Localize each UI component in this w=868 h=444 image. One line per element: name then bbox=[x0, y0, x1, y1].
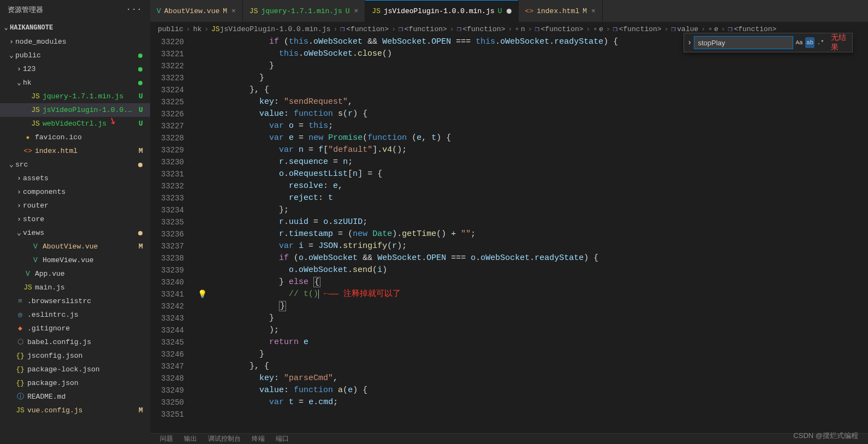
editor-tab[interactable]: JSjquery-1.7.1.min.jsU× bbox=[243, 0, 365, 22]
git-status-dot bbox=[138, 163, 142, 167]
close-icon[interactable]: × bbox=[354, 7, 359, 15]
tree-item[interactable]: ★favicon.ico bbox=[0, 131, 150, 144]
tree-item[interactable]: {}package-lock.json bbox=[0, 363, 150, 376]
tree-item[interactable]: ›assets bbox=[0, 171, 150, 185]
find-input[interactable] bbox=[694, 36, 793, 49]
tree-item[interactable]: ›router bbox=[0, 199, 150, 212]
tree-item[interactable]: ›components bbox=[0, 185, 150, 199]
chevron-icon: ⌄ bbox=[15, 226, 23, 240]
panel-tab[interactable]: 端口 bbox=[276, 434, 289, 443]
lightbulb-icon[interactable]: 💡 bbox=[198, 290, 207, 299]
breadcrumb-item[interactable]: hk bbox=[193, 25, 202, 33]
tree-item[interactable]: ◎.eslintrc.js bbox=[0, 308, 150, 322]
close-icon[interactable]: × bbox=[591, 7, 596, 15]
tree-item[interactable]: ⌄views bbox=[0, 226, 150, 240]
editor-tab[interactable]: <>index.htmlM× bbox=[519, 0, 603, 22]
code-line[interactable]: } bbox=[210, 72, 868, 84]
find-widget[interactable]: › Aa ab .* 无结果 bbox=[683, 33, 853, 52]
line-number: 33249 bbox=[150, 384, 184, 396]
tree-item[interactable]: ⬡babel.config.js bbox=[0, 335, 150, 349]
tree-item[interactable]: JSmain.js bbox=[0, 281, 150, 294]
code-line[interactable]: key: "parseCmd", bbox=[210, 372, 868, 384]
code-line[interactable]: } bbox=[210, 300, 868, 312]
breadcrumb-item[interactable]: ▫n bbox=[515, 25, 525, 33]
panel-tab[interactable]: 问题 bbox=[160, 434, 173, 443]
tree-item[interactable]: {}package.json bbox=[0, 376, 150, 390]
code-editor[interactable]: 3322033221332223322333224332253322633227… bbox=[150, 36, 868, 433]
tree-item[interactable]: VHomeView.vue bbox=[0, 253, 150, 267]
code-line[interactable]: } bbox=[210, 312, 868, 324]
code-line[interactable]: value: function a(e) { bbox=[210, 384, 868, 396]
regex-toggle[interactable]: .* bbox=[816, 37, 825, 48]
code-line[interactable]: value: function s(r) { bbox=[210, 108, 868, 120]
tree-item[interactable]: ≡.browserslistrc bbox=[0, 294, 150, 308]
breadcrumb-item[interactable]: ❒<function> bbox=[728, 25, 777, 33]
breadcrumb-item[interactable]: public bbox=[158, 25, 183, 33]
tree-item[interactable]: VAboutView.vueM bbox=[0, 240, 150, 253]
explorer-more-icon[interactable]: ··· bbox=[127, 5, 142, 14]
tree-item[interactable]: JSwebVideoCtrl.jsU bbox=[0, 117, 150, 131]
tree-item[interactable]: JSjquery-1.7.1.min.jsU bbox=[0, 90, 150, 103]
chevron-right-icon[interactable]: › bbox=[687, 38, 692, 47]
code-line[interactable]: } else { bbox=[210, 276, 868, 288]
tree-item[interactable]: {}jsconfig.json bbox=[0, 349, 150, 363]
code-line[interactable]: var o = this; bbox=[210, 120, 868, 132]
tree-item[interactable]: ⌄hk bbox=[0, 76, 150, 90]
code-line[interactable]: r.timestamp = (new Date).getTime() + ""; bbox=[210, 228, 868, 240]
match-word-toggle[interactable]: ab bbox=[805, 37, 815, 48]
breadcrumb-item[interactable]: ❒<function> bbox=[535, 25, 584, 33]
code-line[interactable]: key: "sendRequest", bbox=[210, 96, 868, 108]
panel-tab[interactable]: 终端 bbox=[252, 434, 265, 443]
code-line[interactable]: var e = new Promise(function (e, t) { bbox=[210, 132, 868, 144]
tree-item[interactable]: JSvue.config.jsM bbox=[0, 404, 150, 417]
code-line[interactable]: var n = f["default"].v4(); bbox=[210, 144, 868, 156]
code-line[interactable]: }; bbox=[210, 204, 868, 216]
editor-tab[interactable]: JSjsVideoPlugin-1.0.0.min.jsU bbox=[365, 0, 518, 22]
tree-item[interactable]: ›node_modules bbox=[0, 35, 150, 49]
tree-item[interactable]: ⌄src bbox=[0, 158, 150, 171]
breadcrumb-item[interactable]: ❒<function> bbox=[340, 25, 389, 33]
code-line[interactable]: ); bbox=[210, 324, 868, 336]
breadcrumb-item[interactable]: ❒<function> bbox=[457, 25, 506, 33]
breadcrumb-item[interactable]: ❒<function> bbox=[613, 25, 662, 33]
breadcrumb-item[interactable]: JS jsVideoPlugin-1.0.0.min.js bbox=[211, 25, 330, 33]
editor-tab[interactable]: VAboutView.vueM× bbox=[150, 0, 243, 22]
code-line[interactable]: o.oRequestList[n] = { bbox=[210, 168, 868, 180]
chevron-icon: › bbox=[8, 35, 15, 49]
panel-tab[interactable]: 调试控制台 bbox=[208, 434, 241, 443]
close-icon[interactable]: × bbox=[231, 7, 236, 15]
tree-item[interactable]: VApp.vue bbox=[0, 267, 150, 281]
code-line[interactable]: r.uuid = o.szUUID; bbox=[210, 216, 868, 228]
code-line[interactable]: } bbox=[210, 348, 868, 360]
breadcrumb-item[interactable]: ▫e bbox=[593, 25, 603, 33]
code-body[interactable]: if (this.oWebSocket && WebSocket.OPEN ==… bbox=[210, 36, 868, 433]
code-line[interactable]: var t = e.cmd; bbox=[210, 396, 868, 409]
breadcrumb-item[interactable]: ❒value bbox=[671, 25, 698, 33]
code-line[interactable] bbox=[210, 409, 868, 421]
code-line[interactable]: r.sequence = n; bbox=[210, 156, 868, 168]
code-line[interactable]: reject: t bbox=[210, 192, 868, 204]
code-line[interactable]: // t() ←—— 注释掉就可以了 bbox=[210, 288, 868, 300]
code-line[interactable]: }, { bbox=[210, 84, 868, 96]
match-case-toggle[interactable]: Aa bbox=[794, 37, 804, 48]
code-line[interactable]: resolve: e, bbox=[210, 180, 868, 192]
tree-item[interactable]: ⓘREADME.md bbox=[0, 390, 150, 404]
project-root[interactable]: ⌄ HAIKANGNOTE bbox=[0, 21, 150, 35]
code-line[interactable]: return e bbox=[210, 336, 868, 348]
code-line[interactable]: } bbox=[210, 60, 868, 72]
panel-tab[interactable]: 输出 bbox=[184, 434, 197, 443]
tree-item[interactable]: ⌄public bbox=[0, 49, 150, 62]
tree-item[interactable]: ◆.gitignore bbox=[0, 322, 150, 335]
code-line[interactable]: var i = JSON.stringify(r); bbox=[210, 240, 868, 252]
tree-item[interactable]: ›store bbox=[0, 212, 150, 226]
breadcrumb-item[interactable]: ▫e bbox=[708, 25, 718, 33]
code-line[interactable]: if (o.oWebSocket && WebSocket.OPEN === o… bbox=[210, 252, 868, 264]
tree-item[interactable]: JSjsVideoPlugin-1.0.0.min.jsU↘ bbox=[0, 103, 150, 117]
tree-item[interactable]: <>index.htmlM bbox=[0, 144, 150, 158]
breadcrumb-item[interactable]: ❒<function> bbox=[399, 25, 447, 33]
code-line[interactable]: }, { bbox=[210, 360, 868, 372]
glyph-slot bbox=[194, 396, 210, 409]
tree-item[interactable]: ›123 bbox=[0, 62, 150, 76]
code-line[interactable]: o.oWebSocket.send(i) bbox=[210, 264, 868, 276]
panel-tabs[interactable]: 问题输出调试控制台终端端口 bbox=[150, 433, 868, 444]
